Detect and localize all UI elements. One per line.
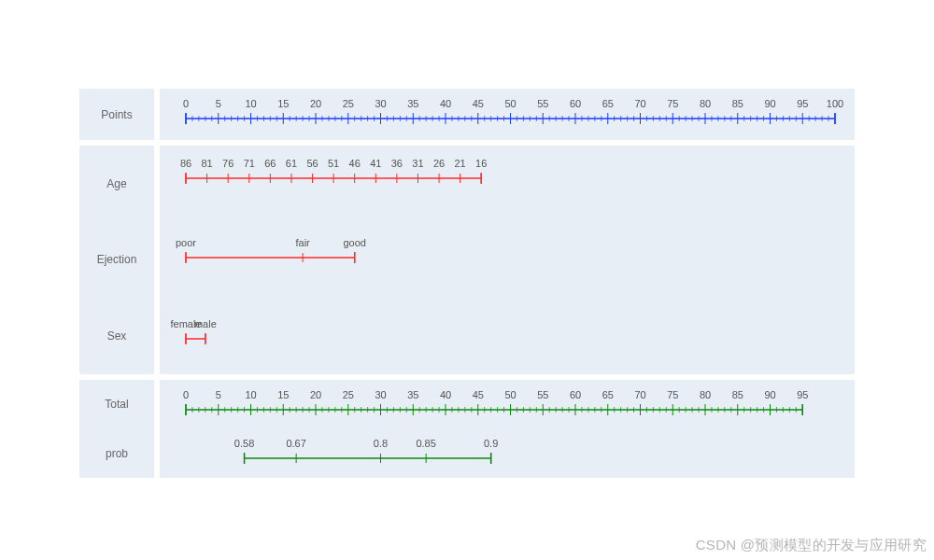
label-points: Points <box>101 108 132 121</box>
tick-label: 65 <box>602 389 614 400</box>
tick-label: 45 <box>473 98 484 109</box>
tick-label: 46 <box>349 158 361 169</box>
tick-label: 55 <box>537 389 548 400</box>
section-totals: Total prob 05101520253035404550556065707… <box>79 380 855 478</box>
tick-label: 60 <box>570 98 581 109</box>
tick-label: 41 <box>370 158 381 169</box>
tick-label: 20 <box>310 389 321 400</box>
label-age: Age <box>106 177 126 190</box>
tick-label: 0.58 <box>234 438 254 449</box>
tick-label: 51 <box>328 158 339 169</box>
tick-label: 5 <box>216 98 221 109</box>
tick-label: 90 <box>764 98 775 109</box>
axis-sex: femalemale <box>160 318 855 351</box>
axis-ejection: poorfairgood <box>160 237 855 270</box>
tick-label: 55 <box>537 98 548 109</box>
tick-label: 35 <box>407 389 418 400</box>
tick-label: 40 <box>440 389 451 400</box>
label-col: Points <box>79 89 154 140</box>
tick-label: 0 <box>183 389 189 400</box>
tick-label: 86 <box>180 158 191 169</box>
tick-label: 85 <box>732 389 743 400</box>
tick-label: 25 <box>343 389 354 400</box>
tick-label: 71 <box>244 158 255 169</box>
tick-label: 0.85 <box>416 438 435 449</box>
section-points: Points 051015202530354045505560657075808… <box>79 89 855 140</box>
axis-points: 0510152025303540455055606570758085909510… <box>160 98 855 131</box>
axis-prob: 0.580.670.80.850.9 <box>160 438 855 470</box>
tick-label: poor <box>176 237 196 248</box>
tick-label: 76 <box>222 158 234 169</box>
tick-label: 36 <box>391 158 403 169</box>
axes-col: 868176716661565146413631262116 poorfairg… <box>160 146 855 374</box>
label-ejection: Ejection <box>97 253 137 266</box>
tick-label: 70 <box>634 98 645 109</box>
label-prob: prob <box>106 447 128 460</box>
tick-label: 61 <box>286 158 297 169</box>
tick-label: 100 <box>827 98 843 109</box>
tick-label: 21 <box>455 158 466 169</box>
tick-label: 25 <box>343 98 354 109</box>
tick-label: 35 <box>407 98 418 109</box>
watermark: CSDN @预测模型的开发与应用研究 <box>696 537 927 554</box>
tick-label: 50 <box>504 98 516 109</box>
label-sex: Sex <box>107 329 127 343</box>
tick-label: 40 <box>440 98 451 109</box>
axis-total: 05101520253035404550556065707580859095 <box>160 389 855 422</box>
tick-label: 5 <box>216 389 221 400</box>
axes-col: 05101520253035404550556065707580859095 0… <box>160 380 855 478</box>
label-col: Total prob <box>79 380 154 478</box>
tick-label: 26 <box>433 158 445 169</box>
nomogram-chart: Points 051015202530354045505560657075808… <box>79 89 855 483</box>
tick-label: 0.8 <box>374 438 388 449</box>
tick-label: 0.67 <box>286 438 305 449</box>
tick-label: 15 <box>277 389 289 400</box>
section-predictors: Age Ejection Sex 86817671666156514641363… <box>79 146 855 374</box>
tick-label: 81 <box>201 158 212 169</box>
tick-label: good <box>343 237 365 248</box>
tick-label: fair <box>295 237 309 248</box>
tick-label: 0.9 <box>484 438 498 449</box>
tick-label: 66 <box>264 158 276 169</box>
tick-label: 65 <box>602 98 614 109</box>
tick-label: 90 <box>764 389 775 400</box>
tick-label: 50 <box>504 389 516 400</box>
tick-label: 60 <box>570 389 581 400</box>
axis-age: 868176716661565146413631262116 <box>160 158 855 190</box>
tick-label: 80 <box>700 389 711 400</box>
tick-label: 70 <box>634 389 645 400</box>
label-col: Age Ejection Sex <box>79 146 154 374</box>
tick-label: 10 <box>245 389 256 400</box>
axes-col: 0510152025303540455055606570758085909510… <box>160 89 855 140</box>
tick-label: male <box>194 318 217 329</box>
tick-label: 16 <box>475 158 487 169</box>
tick-label: 20 <box>310 98 321 109</box>
tick-label: 45 <box>473 389 484 400</box>
tick-label: 95 <box>797 389 808 400</box>
tick-label: 80 <box>700 98 711 109</box>
tick-label: 56 <box>306 158 318 169</box>
tick-label: 85 <box>732 98 743 109</box>
tick-label: 10 <box>245 98 256 109</box>
tick-label: 75 <box>667 389 678 400</box>
tick-label: 15 <box>277 98 289 109</box>
tick-label: 31 <box>412 158 423 169</box>
tick-label: 30 <box>375 98 386 109</box>
tick-label: 95 <box>797 98 808 109</box>
label-total: Total <box>105 398 128 411</box>
tick-label: 30 <box>375 389 386 400</box>
tick-label: 0 <box>183 98 189 109</box>
tick-label: 75 <box>667 98 678 109</box>
